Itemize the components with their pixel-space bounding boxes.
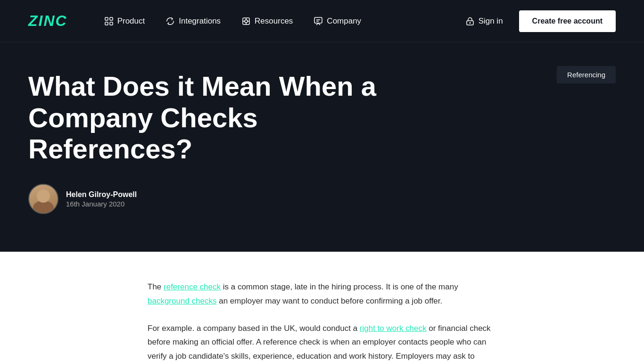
- referencing-tag[interactable]: Referencing: [557, 66, 616, 83]
- nav-right: Sign in Create free account: [457, 10, 616, 32]
- svg-rect-0: [105, 17, 108, 20]
- avatar: [28, 184, 58, 214]
- nav-product-label: Product: [117, 16, 145, 26]
- nav-item-company[interactable]: Company: [305, 12, 370, 31]
- grid-icon: [104, 16, 114, 26]
- navbar: ZINC Product: [0, 0, 644, 42]
- right-to-work-link[interactable]: right to work check: [360, 324, 427, 333]
- nav-resources-label: Resources: [255, 16, 293, 26]
- svg-point-5: [245, 20, 248, 23]
- para1-after: an employer may want to conduct before c…: [216, 296, 442, 305]
- content-section: The reference check is a common stage, l…: [0, 252, 644, 362]
- svg-rect-10: [314, 17, 322, 23]
- para2-before: For example. a company based in the UK, …: [148, 324, 360, 333]
- para1-before: The: [148, 282, 164, 291]
- lock-icon: [465, 16, 475, 26]
- background-checks-link[interactable]: background checks: [148, 296, 216, 305]
- svg-rect-3: [110, 22, 113, 25]
- nav-links: Product Integrations: [96, 12, 457, 31]
- box-icon: [241, 16, 251, 26]
- svg-point-14: [469, 22, 471, 24]
- create-account-button[interactable]: Create free account: [519, 10, 616, 32]
- logo[interactable]: ZINC: [28, 12, 67, 30]
- author-section: Helen Gilroy-Powell 16th January 2020: [28, 184, 616, 214]
- svg-rect-1: [110, 17, 113, 20]
- hero-section: What Does it Mean When a Company Checks …: [0, 42, 644, 252]
- sync-icon: [165, 16, 175, 26]
- paragraph-2: For example. a company based in the UK, …: [148, 321, 496, 362]
- para1-middle: is a common stage, late in the hiring pr…: [221, 282, 458, 291]
- nav-integrations-label: Integrations: [179, 16, 221, 26]
- svg-rect-2: [105, 22, 108, 25]
- header-section: ZINC Product: [0, 0, 644, 252]
- article-title: What Does it Mean When a Company Checks …: [28, 71, 387, 165]
- author-info: Helen Gilroy-Powell 16th January 2020: [66, 190, 137, 208]
- author-name: Helen Gilroy-Powell: [66, 190, 137, 199]
- paragraph-1: The reference check is a common stage, l…: [148, 280, 496, 308]
- nav-company-label: Company: [327, 16, 361, 26]
- content-body: The reference check is a common stage, l…: [138, 280, 506, 362]
- nav-item-product[interactable]: Product: [96, 12, 154, 31]
- sign-in-button[interactable]: Sign in: [457, 12, 512, 31]
- author-date: 16th January 2020: [66, 200, 137, 208]
- avatar-image: [29, 184, 58, 214]
- nav-item-resources[interactable]: Resources: [233, 12, 301, 31]
- sign-in-label: Sign in: [479, 16, 503, 26]
- nav-item-integrations[interactable]: Integrations: [157, 12, 229, 31]
- chat-icon: [314, 16, 323, 26]
- reference-check-link-1[interactable]: reference check: [164, 282, 221, 291]
